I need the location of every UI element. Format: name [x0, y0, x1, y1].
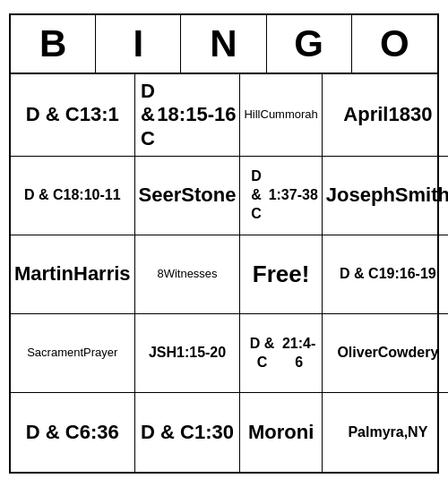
cell-text: Stone	[181, 184, 236, 207]
cell-text: 8	[157, 267, 163, 282]
cell-text: Seer	[139, 184, 182, 207]
cell-text: D & C	[26, 103, 80, 126]
cell-text: D & C	[139, 80, 158, 150]
cell-text: 18:15-	[157, 103, 214, 126]
bingo-cell: D & C21:4-6	[240, 314, 322, 393]
cell-text: Cummorah	[261, 107, 318, 123]
cell-text: 1:15-	[177, 344, 210, 363]
cell-text: 19:16-	[379, 265, 420, 284]
cell-text: Martin	[14, 262, 73, 286]
cell-text: Moroni	[248, 421, 314, 444]
cell-text: D & C	[141, 421, 194, 444]
header-letter: G	[267, 15, 352, 73]
cell-text: 13:1	[80, 103, 119, 126]
cell-text: Cowdery	[378, 344, 439, 363]
cell-text: 20	[210, 344, 226, 363]
cell-text: 6:36	[80, 421, 119, 444]
cell-text: Prayer	[83, 346, 117, 361]
cell-text: 16	[214, 103, 236, 126]
cell-text: 38	[302, 186, 318, 205]
bingo-cell: April1830	[323, 74, 448, 157]
bingo-cell: Palmyra,NY	[323, 393, 448, 472]
bingo-grid: D & C13:1D & C18:15-16HillCummorahApril1…	[11, 74, 437, 472]
bingo-cell: Moroni	[240, 393, 322, 472]
cell-text: 1:37-	[269, 186, 302, 205]
cell-text: D & C	[244, 167, 268, 223]
header-letter: I	[96, 15, 181, 73]
cell-text: 18:10-	[64, 186, 105, 205]
bingo-cell: JSH1:15-20	[135, 314, 241, 393]
bingo-cell: D & C19:16-19	[323, 235, 448, 314]
bingo-cell: D & C6:36	[11, 393, 135, 472]
bingo-cell: OliverCowdery	[323, 314, 448, 393]
bingo-cell: D & C1:37-38	[240, 157, 322, 235]
bingo-cell: SeerStone	[135, 157, 241, 235]
bingo-cell: D & C1:30	[135, 393, 241, 472]
cell-text: April	[343, 103, 388, 126]
cell-text: 1:30	[194, 421, 234, 444]
cell-text: Oliver	[337, 344, 377, 363]
header-letter: N	[181, 15, 266, 73]
bingo-cell: 8Witnesses	[135, 235, 241, 314]
cell-text: D & C	[24, 186, 64, 205]
header-letter: B	[11, 15, 96, 73]
bingo-cell: Free!	[240, 235, 322, 314]
cell-text: JSH	[149, 344, 177, 363]
bingo-cell: MartinHarris	[11, 235, 135, 314]
cell-text: D & C	[26, 421, 80, 444]
bingo-header: BINGO	[11, 15, 437, 74]
bingo-cell: JosephSmith	[323, 157, 448, 235]
bingo-card: BINGO D & C13:1D & C18:15-16HillCummorah…	[9, 13, 439, 474]
bingo-cell: HillCummorah	[240, 74, 322, 157]
cell-text: Harris	[73, 262, 131, 286]
cell-text: Joseph	[326, 184, 395, 207]
bingo-cell: SacramentPrayer	[11, 314, 135, 393]
cell-text: Hill	[244, 107, 260, 123]
cell-text: Sacrament	[27, 346, 83, 361]
cell-text: Smith	[395, 184, 448, 207]
cell-text: 11	[105, 186, 121, 205]
cell-text: 1830	[388, 103, 432, 126]
cell-text: Free!	[253, 261, 310, 288]
cell-text: D & C	[340, 265, 379, 284]
cell-text: Palmyra,	[348, 423, 408, 442]
cell-text: Witnesses	[164, 267, 218, 282]
cell-text: 19	[420, 265, 436, 284]
cell-text: NY	[408, 423, 427, 442]
cell-text: D & C	[244, 335, 280, 372]
bingo-cell: D & C13:1	[11, 74, 135, 157]
header-letter: O	[352, 15, 437, 73]
cell-text: 21:4-6	[280, 335, 317, 372]
bingo-cell: D & C18:15-16	[135, 74, 241, 157]
bingo-cell: D & C18:10-11	[11, 157, 135, 235]
